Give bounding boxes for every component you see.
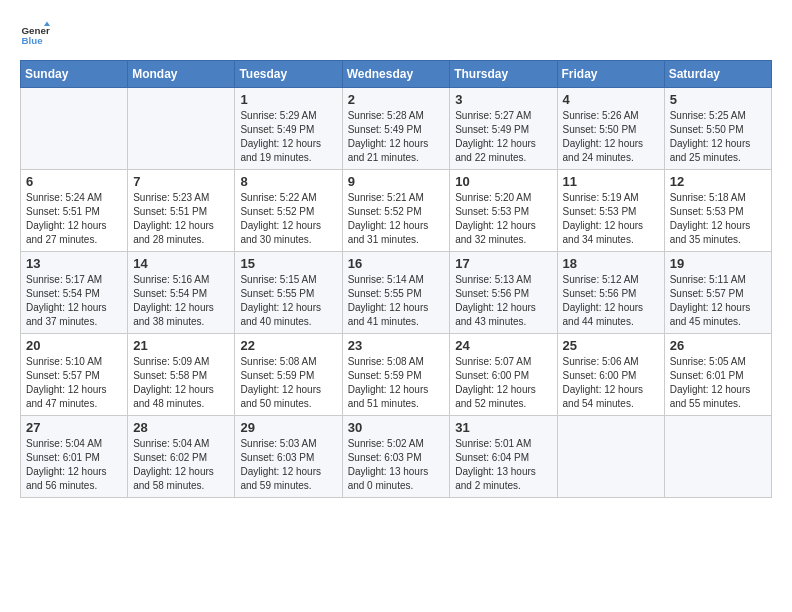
calendar-cell: 19Sunrise: 5:11 AM Sunset: 5:57 PM Dayli…	[664, 252, 771, 334]
day-info: Sunrise: 5:07 AM Sunset: 6:00 PM Dayligh…	[455, 355, 551, 411]
svg-marker-2	[44, 22, 50, 27]
calendar-cell	[128, 88, 235, 170]
day-info: Sunrise: 5:17 AM Sunset: 5:54 PM Dayligh…	[26, 273, 122, 329]
day-number: 4	[563, 92, 659, 107]
day-number: 14	[133, 256, 229, 271]
day-info: Sunrise: 5:23 AM Sunset: 5:51 PM Dayligh…	[133, 191, 229, 247]
calendar-cell: 21Sunrise: 5:09 AM Sunset: 5:58 PM Dayli…	[128, 334, 235, 416]
weekday-header-tuesday: Tuesday	[235, 61, 342, 88]
day-number: 17	[455, 256, 551, 271]
day-info: Sunrise: 5:25 AM Sunset: 5:50 PM Dayligh…	[670, 109, 766, 165]
day-info: Sunrise: 5:19 AM Sunset: 5:53 PM Dayligh…	[563, 191, 659, 247]
day-info: Sunrise: 5:22 AM Sunset: 5:52 PM Dayligh…	[240, 191, 336, 247]
day-info: Sunrise: 5:05 AM Sunset: 6:01 PM Dayligh…	[670, 355, 766, 411]
calendar-week-row: 13Sunrise: 5:17 AM Sunset: 5:54 PM Dayli…	[21, 252, 772, 334]
day-info: Sunrise: 5:18 AM Sunset: 5:53 PM Dayligh…	[670, 191, 766, 247]
day-number: 8	[240, 174, 336, 189]
calendar-cell: 20Sunrise: 5:10 AM Sunset: 5:57 PM Dayli…	[21, 334, 128, 416]
day-info: Sunrise: 5:21 AM Sunset: 5:52 PM Dayligh…	[348, 191, 445, 247]
day-number: 26	[670, 338, 766, 353]
day-number: 16	[348, 256, 445, 271]
calendar-cell: 10Sunrise: 5:20 AM Sunset: 5:53 PM Dayli…	[450, 170, 557, 252]
calendar-cell	[21, 88, 128, 170]
day-number: 25	[563, 338, 659, 353]
calendar-cell: 27Sunrise: 5:04 AM Sunset: 6:01 PM Dayli…	[21, 416, 128, 498]
day-info: Sunrise: 5:15 AM Sunset: 5:55 PM Dayligh…	[240, 273, 336, 329]
day-info: Sunrise: 5:04 AM Sunset: 6:01 PM Dayligh…	[26, 437, 122, 493]
day-number: 13	[26, 256, 122, 271]
day-number: 11	[563, 174, 659, 189]
weekday-header-friday: Friday	[557, 61, 664, 88]
day-info: Sunrise: 5:10 AM Sunset: 5:57 PM Dayligh…	[26, 355, 122, 411]
day-info: Sunrise: 5:16 AM Sunset: 5:54 PM Dayligh…	[133, 273, 229, 329]
calendar-cell: 3Sunrise: 5:27 AM Sunset: 5:49 PM Daylig…	[450, 88, 557, 170]
day-info: Sunrise: 5:09 AM Sunset: 5:58 PM Dayligh…	[133, 355, 229, 411]
day-info: Sunrise: 5:08 AM Sunset: 5:59 PM Dayligh…	[240, 355, 336, 411]
day-info: Sunrise: 5:01 AM Sunset: 6:04 PM Dayligh…	[455, 437, 551, 493]
day-number: 21	[133, 338, 229, 353]
day-number: 31	[455, 420, 551, 435]
calendar-week-row: 27Sunrise: 5:04 AM Sunset: 6:01 PM Dayli…	[21, 416, 772, 498]
day-number: 15	[240, 256, 336, 271]
day-info: Sunrise: 5:08 AM Sunset: 5:59 PM Dayligh…	[348, 355, 445, 411]
calendar-cell: 1Sunrise: 5:29 AM Sunset: 5:49 PM Daylig…	[235, 88, 342, 170]
weekday-header-row: SundayMondayTuesdayWednesdayThursdayFrid…	[21, 61, 772, 88]
svg-text:Blue: Blue	[22, 35, 44, 46]
logo-icon: General Blue	[20, 20, 50, 50]
day-number: 24	[455, 338, 551, 353]
calendar-cell: 4Sunrise: 5:26 AM Sunset: 5:50 PM Daylig…	[557, 88, 664, 170]
day-number: 19	[670, 256, 766, 271]
calendar-cell: 26Sunrise: 5:05 AM Sunset: 6:01 PM Dayli…	[664, 334, 771, 416]
calendar-cell: 28Sunrise: 5:04 AM Sunset: 6:02 PM Dayli…	[128, 416, 235, 498]
svg-text:General: General	[22, 25, 51, 36]
day-info: Sunrise: 5:11 AM Sunset: 5:57 PM Dayligh…	[670, 273, 766, 329]
logo: General Blue	[20, 20, 54, 50]
calendar-cell	[664, 416, 771, 498]
calendar-cell: 12Sunrise: 5:18 AM Sunset: 5:53 PM Dayli…	[664, 170, 771, 252]
page-header: General Blue	[20, 20, 772, 50]
calendar-cell: 8Sunrise: 5:22 AM Sunset: 5:52 PM Daylig…	[235, 170, 342, 252]
calendar-cell: 5Sunrise: 5:25 AM Sunset: 5:50 PM Daylig…	[664, 88, 771, 170]
calendar-cell: 6Sunrise: 5:24 AM Sunset: 5:51 PM Daylig…	[21, 170, 128, 252]
day-number: 30	[348, 420, 445, 435]
calendar-week-row: 20Sunrise: 5:10 AM Sunset: 5:57 PM Dayli…	[21, 334, 772, 416]
calendar-cell: 13Sunrise: 5:17 AM Sunset: 5:54 PM Dayli…	[21, 252, 128, 334]
calendar-cell: 14Sunrise: 5:16 AM Sunset: 5:54 PM Dayli…	[128, 252, 235, 334]
day-info: Sunrise: 5:26 AM Sunset: 5:50 PM Dayligh…	[563, 109, 659, 165]
calendar-cell	[557, 416, 664, 498]
day-info: Sunrise: 5:06 AM Sunset: 6:00 PM Dayligh…	[563, 355, 659, 411]
day-number: 29	[240, 420, 336, 435]
calendar-cell: 29Sunrise: 5:03 AM Sunset: 6:03 PM Dayli…	[235, 416, 342, 498]
calendar-cell: 25Sunrise: 5:06 AM Sunset: 6:00 PM Dayli…	[557, 334, 664, 416]
day-number: 5	[670, 92, 766, 107]
weekday-header-sunday: Sunday	[21, 61, 128, 88]
calendar-cell: 31Sunrise: 5:01 AM Sunset: 6:04 PM Dayli…	[450, 416, 557, 498]
weekday-header-monday: Monday	[128, 61, 235, 88]
calendar-cell: 15Sunrise: 5:15 AM Sunset: 5:55 PM Dayli…	[235, 252, 342, 334]
day-number: 12	[670, 174, 766, 189]
calendar-cell: 2Sunrise: 5:28 AM Sunset: 5:49 PM Daylig…	[342, 88, 450, 170]
calendar-cell: 18Sunrise: 5:12 AM Sunset: 5:56 PM Dayli…	[557, 252, 664, 334]
weekday-header-wednesday: Wednesday	[342, 61, 450, 88]
day-number: 22	[240, 338, 336, 353]
day-info: Sunrise: 5:20 AM Sunset: 5:53 PM Dayligh…	[455, 191, 551, 247]
calendar-cell: 7Sunrise: 5:23 AM Sunset: 5:51 PM Daylig…	[128, 170, 235, 252]
day-info: Sunrise: 5:04 AM Sunset: 6:02 PM Dayligh…	[133, 437, 229, 493]
day-info: Sunrise: 5:24 AM Sunset: 5:51 PM Dayligh…	[26, 191, 122, 247]
day-info: Sunrise: 5:27 AM Sunset: 5:49 PM Dayligh…	[455, 109, 551, 165]
day-number: 10	[455, 174, 551, 189]
calendar-week-row: 1Sunrise: 5:29 AM Sunset: 5:49 PM Daylig…	[21, 88, 772, 170]
day-number: 2	[348, 92, 445, 107]
day-info: Sunrise: 5:13 AM Sunset: 5:56 PM Dayligh…	[455, 273, 551, 329]
day-info: Sunrise: 5:12 AM Sunset: 5:56 PM Dayligh…	[563, 273, 659, 329]
calendar-week-row: 6Sunrise: 5:24 AM Sunset: 5:51 PM Daylig…	[21, 170, 772, 252]
calendar-cell: 16Sunrise: 5:14 AM Sunset: 5:55 PM Dayli…	[342, 252, 450, 334]
calendar-header: SundayMondayTuesdayWednesdayThursdayFrid…	[21, 61, 772, 88]
day-number: 28	[133, 420, 229, 435]
day-number: 20	[26, 338, 122, 353]
calendar-table: SundayMondayTuesdayWednesdayThursdayFrid…	[20, 60, 772, 498]
calendar-cell: 24Sunrise: 5:07 AM Sunset: 6:00 PM Dayli…	[450, 334, 557, 416]
day-info: Sunrise: 5:28 AM Sunset: 5:49 PM Dayligh…	[348, 109, 445, 165]
day-number: 18	[563, 256, 659, 271]
day-number: 23	[348, 338, 445, 353]
